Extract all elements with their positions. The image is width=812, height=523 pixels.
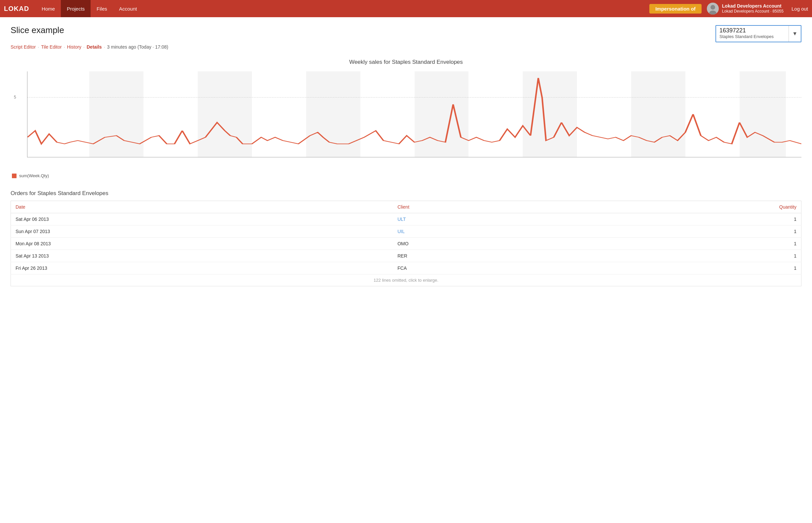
chart-legend-label: sum(Week.Qty) <box>19 173 49 178</box>
chart-title: Weekly sales for Staples Standard Envelo… <box>11 59 801 66</box>
col-quantity: Quantity <box>573 201 801 213</box>
page-header: Slice example 16397221 Staples Standard … <box>11 25 801 42</box>
omit-row[interactable]: 122 lines omitted, click to enlarge. <box>11 274 801 286</box>
user-info: Lokad Developers Account Lokad Developer… <box>722 3 783 14</box>
table-row: Fri Apr 26 2013 FCA 1 <box>11 262 801 274</box>
bc-sep-1: · <box>38 44 39 50</box>
nav-projects[interactable]: Projects <box>61 0 91 17</box>
row-0-date: Sat Apr 06 2013 <box>11 213 393 226</box>
row-1-date: Sun Apr 07 2013 <box>11 226 393 238</box>
chart-legend-color <box>12 174 17 178</box>
chart-section: Weekly sales for Staples Standard Envelo… <box>11 59 801 178</box>
chart-legend: sum(Week.Qty) <box>11 173 801 178</box>
breadcrumb-history[interactable]: History <box>67 44 82 50</box>
row-0-qty: 1 <box>573 213 801 226</box>
row-3-client: RER <box>393 250 573 262</box>
row-4-qty: 1 <box>573 262 801 274</box>
bc-sep-3: · <box>83 44 85 50</box>
nav-home[interactable]: Home <box>36 0 61 17</box>
main-content: Slice example 16397221 Staples Standard … <box>0 17 812 294</box>
breadcrumb-details: Details <box>87 44 102 50</box>
bc-sep-2: · <box>64 44 65 50</box>
breadcrumb-tile-editor[interactable]: Tile Editor <box>41 44 62 50</box>
nav-links: Home Projects Files Account <box>36 0 644 17</box>
orders-section: Orders for Staples Standard Envelopes Da… <box>11 190 801 286</box>
orders-thead: Date Client Quantity <box>11 201 801 213</box>
orders-title: Orders for Staples Standard Envelopes <box>11 190 801 197</box>
chart-inner: July 2013 2014 July <box>27 71 801 157</box>
row-0-client[interactable]: ULT <box>393 213 573 226</box>
item-id: 16397221 <box>719 27 785 34</box>
chart-svg <box>28 71 801 157</box>
dropdown-content: 16397221 Staples Standard Envelopes <box>716 26 789 42</box>
bc-sep-4: · <box>104 44 105 50</box>
table-row: Sun Apr 07 2013 UIL 1 <box>11 226 801 238</box>
row-1-client[interactable]: UIL <box>393 226 573 238</box>
logout-button[interactable]: Log out <box>792 6 808 12</box>
row-2-client: OMO <box>393 238 573 250</box>
row-4-client: FCA <box>393 262 573 274</box>
chart-y-label: 5 <box>14 95 16 100</box>
item-name: Staples Standard Envelopes <box>719 34 785 39</box>
row-1-qty: 1 <box>573 226 801 238</box>
page-title: Slice example <box>11 25 64 35</box>
breadcrumb-script-editor[interactable]: Script Editor <box>11 44 36 50</box>
omit-text[interactable]: 122 lines omitted, click to enlarge. <box>11 274 801 286</box>
user-sub: Lokad Developers Account · 85055 <box>722 9 783 14</box>
row-3-date: Sat Apr 13 2013 <box>11 250 393 262</box>
row-2-qty: 1 <box>573 238 801 250</box>
item-dropdown[interactable]: 16397221 Staples Standard Envelopes ▼ <box>716 25 801 42</box>
breadcrumb-time: 3 minutes ago (Today · 17:08) <box>107 44 168 50</box>
nav-account[interactable]: Account <box>113 0 143 17</box>
table-row: Sat Apr 13 2013 RER 1 <box>11 250 801 262</box>
orders-header-row: Date Client Quantity <box>11 201 801 213</box>
col-client: Client <box>393 201 573 213</box>
user-section: Lokad Developers Account Lokad Developer… <box>707 3 808 15</box>
svg-point-1 <box>710 5 715 10</box>
nav-files[interactable]: Files <box>91 0 113 17</box>
avatar-icon <box>707 3 719 15</box>
table-row: Mon Apr 08 2013 OMO 1 <box>11 238 801 250</box>
row-4-date: Fri Apr 26 2013 <box>11 262 393 274</box>
row-3-qty: 1 <box>573 250 801 262</box>
table-row: Sat Apr 06 2013 ULT 1 <box>11 213 801 226</box>
chart-container: 5 <box>11 71 801 170</box>
breadcrumb: Script Editor · Tile Editor · History · … <box>11 44 801 50</box>
user-name: Lokad Developers Account <box>722 3 783 9</box>
avatar <box>707 3 719 15</box>
nav-logo: LOKAD <box>4 5 29 13</box>
impersonation-badge[interactable]: Impersonation of <box>649 4 702 14</box>
navbar: LOKAD Home Projects Files Account Impers… <box>0 0 812 17</box>
orders-table: Date Client Quantity Sat Apr 06 2013 ULT… <box>11 201 801 286</box>
dropdown-arrow[interactable]: ▼ <box>789 26 801 42</box>
col-date: Date <box>11 201 393 213</box>
orders-tbody: Sat Apr 06 2013 ULT 1 Sun Apr 07 2013 UI… <box>11 213 801 286</box>
row-2-date: Mon Apr 08 2013 <box>11 238 393 250</box>
